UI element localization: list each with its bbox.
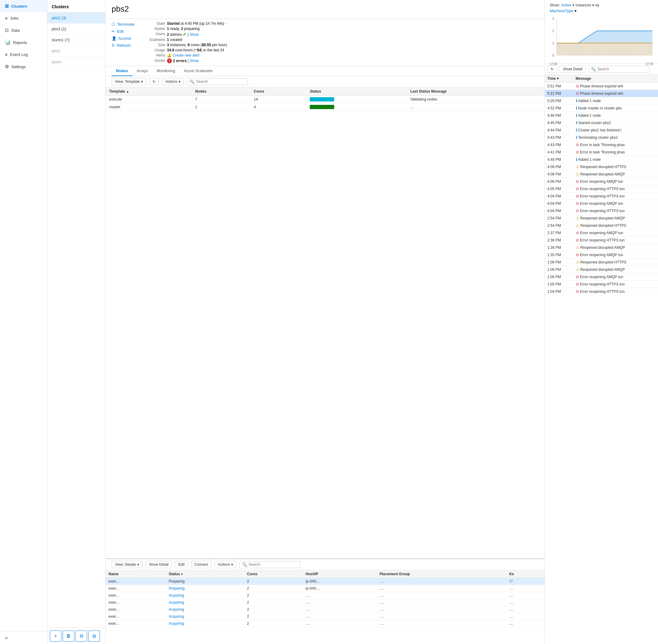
nodes-search-input[interactable]	[196, 79, 245, 84]
tab-nodes[interactable]: Nodes	[112, 66, 132, 76]
nodes-actions-dropdown[interactable]: Actions ▾	[162, 78, 184, 85]
col-message[interactable]: Message	[573, 75, 658, 83]
view-template-dropdown[interactable]: View: Template ▾	[112, 78, 146, 85]
nodes-refresh-button[interactable]: ↻	[149, 78, 159, 85]
active-dropdown[interactable]: Active	[561, 3, 571, 7]
delete-cluster-button[interactable]: 🗑	[63, 630, 74, 642]
col-name[interactable]: Name	[106, 570, 166, 578]
log-row[interactable]: 4:08 PM ⚠ Reopened disrupted AMQP	[545, 170, 658, 178]
tab-arrays[interactable]: Arrays	[132, 66, 153, 76]
table-row[interactable]: exec... Acquiring 2 .... .... ....	[106, 613, 545, 620]
table-row[interactable]: execute 7 14 Validating nodes	[106, 96, 545, 103]
table-row[interactable]: master 1 4 ....	[106, 103, 545, 111]
cluster-list-item[interactable]: pbs2 (3)	[47, 13, 105, 24]
log-row[interactable]: 4:05 PM ⊘ Error reopening HTTPS tun	[545, 185, 658, 192]
log-row[interactable]: 2:36 PM ⊘ Error reopening HTTPS tun	[545, 236, 658, 244]
col-last-status[interactable]: Last Status Message	[407, 87, 545, 96]
refresh-button[interactable]: ↻ Refresh	[112, 43, 135, 48]
log-row[interactable]: 2:54 PM ⚠ Reopened disrupted AMQP	[545, 214, 658, 222]
settings-cluster-button[interactable]: ⚙	[88, 630, 100, 642]
instance-search-input[interactable]	[249, 562, 298, 567]
log-row[interactable]: 5:20 PM ℹ Added 1 node	[545, 97, 658, 105]
machine-type-dropdown[interactable]: MachineType	[550, 8, 573, 13]
log-row[interactable]: 4:52 PM ℹ Node master in cluster pbs	[545, 105, 658, 112]
log-message: ⊘ Error reopening AMQP tun	[573, 178, 658, 185]
sidebar-item-reports[interactable]: 📊 Reports	[0, 37, 47, 49]
show-detail-button[interactable]: Show Detail	[145, 561, 172, 568]
log-message: ⊘ Error reopening HTTPS tun	[573, 185, 658, 192]
log-search-input[interactable]	[597, 67, 647, 71]
log-row[interactable]: 1:06 PM ⊘ Error reopening AMQP tun	[545, 273, 658, 281]
log-row[interactable]: 4:41 PM ⊘ Error in task "Running phas	[545, 148, 658, 156]
nav-collapse-button[interactable]: «	[5, 635, 8, 641]
log-refresh-button[interactable]: ↻	[547, 65, 557, 73]
col-placement[interactable]: Placement Group	[377, 570, 506, 578]
users-show-link[interactable]: Show	[189, 32, 199, 37]
col-status[interactable]: Status ▾	[166, 570, 244, 578]
table-row[interactable]: exec... Preparing 2 ip-0A0.... .... 🛡	[106, 578, 545, 585]
tab-monitoring[interactable]: Monitoring	[152, 66, 180, 76]
log-row[interactable]: 1:06 PM ⚠ Reopened disrupted AMQP	[545, 266, 658, 273]
sidebar-item-jobs[interactable]: ≡ Jobs	[0, 12, 47, 24]
col-status[interactable]: Status	[306, 87, 407, 96]
log-row[interactable]: 1:05 PM ⊘ Error reopening HTTPS tun	[545, 281, 658, 288]
edit-button[interactable]: ✏ Edit	[112, 28, 135, 34]
col-host[interactable]: Host/IP	[303, 570, 377, 578]
log-row[interactable]: 4:45 PM ℹ Started cluster pbs2	[545, 119, 658, 127]
cluster-list-item[interactable]: pbs1	[47, 46, 105, 56]
log-row[interactable]: 4:43 PM ⊘ Error in task "Running phas	[545, 141, 658, 148]
log-row[interactable]: 1:36 PM ⚠ Reopened disrupted AMQP	[545, 244, 658, 251]
table-row[interactable]: exec... Acquiring 2 .... .... ....	[106, 592, 545, 599]
log-time: 2:54 PM	[545, 222, 573, 229]
col-template[interactable]: Template ▲	[106, 87, 191, 96]
col-nodes[interactable]: Nodes	[191, 87, 250, 96]
log-row[interactable]: 1:35 PM ⊘ Error reopening AMQP tun	[545, 251, 658, 258]
issues-row: Issues ! 2 errors | Show	[144, 59, 227, 63]
log-row[interactable]: 4:43 PM ℹ Terminating cluster pbs2	[545, 134, 658, 141]
table-row[interactable]: exec... Acquiring 2 .... .... ....	[106, 606, 545, 613]
log-row[interactable]: 4:46 PM ℹ Added 1 node	[545, 112, 658, 119]
log-row[interactable]: 4:40 PM ℹ Added 1 node	[545, 156, 658, 163]
tab-azure-scalesets[interactable]: Azure Scalesets	[180, 66, 217, 76]
log-row[interactable]: 2:37 PM ⊘ Error reopening AMQP tun	[545, 229, 658, 236]
sidebar-item-settings[interactable]: ⚙ Settings	[0, 61, 47, 73]
log-row[interactable]: 4:44 PM ℹ Cluster pbs2 has finished t	[545, 127, 658, 134]
log-row[interactable]: 4:08 PM ⚠ Reopened disrupted HTTPS	[545, 163, 658, 170]
add-cluster-button[interactable]: +	[50, 630, 62, 642]
table-row[interactable]: exec... Preparing 2 ip-0A0.... .... ....	[106, 585, 545, 592]
table-row[interactable]: exec... Acquiring 2 .... .... ....	[106, 599, 545, 606]
instance-actions-dropdown[interactable]: Actions ▾	[214, 561, 236, 568]
log-row[interactable]: 5:21 PM ⊘ Phase timeout expired whi	[545, 90, 658, 97]
connect-button[interactable]: Connect	[191, 561, 211, 568]
access-button[interactable]: 👤 Access	[112, 36, 135, 41]
log-row[interactable]: 1:04 PM ⊘ Error reopening HTTPS tun	[545, 288, 658, 295]
log-row[interactable]: 4:04 PM ⊘ Error reopening HTTPS tun	[545, 207, 658, 214]
log-row[interactable]: 4:04 PM ⊘ Error reopening HTTPS tun	[545, 192, 658, 200]
col-time[interactable]: Time ▾	[545, 75, 573, 83]
sidebar-item-eventlog[interactable]: ≡ Event Log	[0, 49, 47, 61]
log-show-detail-button[interactable]: Show Detail	[560, 65, 586, 73]
log-row[interactable]: 4:06 PM ⊘ Error reopening AMQP tun	[545, 178, 658, 185]
settings-icon: ⚙	[5, 64, 9, 69]
log-row[interactable]: 2:54 PM ⚠ Reopened disrupted HTTPS	[545, 222, 658, 229]
log-message: ℹ Cluster pbs2 has finished t	[573, 127, 658, 134]
copy-cluster-button[interactable]: ⧉	[75, 630, 87, 642]
terminate-button[interactable]: ☐ Terminate	[112, 21, 135, 27]
cluster-list-item[interactable]: slurm1 (7)	[47, 34, 105, 46]
col-cores[interactable]: Cores	[244, 570, 303, 578]
table-row[interactable]: exec... Acquiring 2 .... .... ....	[106, 620, 545, 627]
edit-instance-button[interactable]: Edit	[175, 561, 188, 568]
sidebar-item-data[interactable]: ⊡ Data	[0, 24, 47, 37]
view-details-dropdown[interactable]: View: Details ▾	[112, 561, 142, 568]
cluster-list-item[interactable]: slurm	[47, 56, 105, 68]
log-row[interactable]: 5:51 PM ⊘ Phase timeout expired whi	[545, 83, 658, 90]
col-ke[interactable]: Ke	[506, 570, 545, 578]
log-message: ℹ Node master in cluster pbs	[573, 105, 658, 112]
issues-show-link[interactable]: Show	[189, 59, 199, 63]
sidebar-item-clusters[interactable]: ⊞ Clusters	[0, 0, 47, 12]
log-row[interactable]: 1:06 PM ⚠ Reopened disrupted HTTPS	[545, 258, 658, 266]
cluster-list-item[interactable]: pbs3 (1)	[47, 24, 105, 34]
col-cores[interactable]: Cores	[250, 87, 306, 96]
create-alert-link[interactable]: 🔔 Create new alert	[167, 53, 199, 58]
log-row[interactable]: 4:04 PM ⊘ Error reopening AMQP tun	[545, 200, 658, 207]
